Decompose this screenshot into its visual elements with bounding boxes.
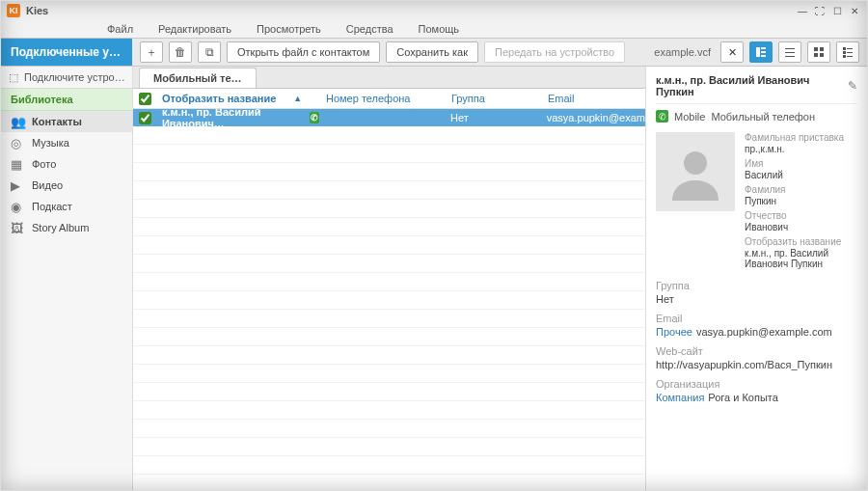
- org-label: Организация: [656, 378, 857, 390]
- display-name-value: к.м.н., пр. Василий Иванович Пупкин: [745, 248, 857, 269]
- menu-help[interactable]: Помощь: [419, 23, 460, 35]
- table-header: Отобразить название▲ Номер телефона Груп…: [133, 89, 645, 109]
- middle-name-label: Отчество: [745, 210, 857, 221]
- svg-rect-0: [756, 47, 760, 57]
- minimize-button[interactable]: —: [796, 4, 809, 17]
- connect-device-label: Подключите устро…: [24, 71, 125, 83]
- col-email[interactable]: Email: [542, 93, 645, 104]
- maximize-button[interactable]: ☐: [830, 4, 844, 17]
- svg-rect-9: [814, 53, 818, 57]
- sort-ascending-icon: ▲: [293, 94, 302, 103]
- col-phone[interactable]: Номер телефона: [320, 93, 446, 104]
- menu-view[interactable]: Просмотреть: [257, 23, 321, 35]
- open-contact-file-button[interactable]: Открыть файл с контактом: [227, 41, 380, 63]
- middle-name-value: Иванович: [745, 222, 857, 232]
- email-value: vasya.pupkin@example.com: [696, 326, 832, 338]
- svg-rect-12: [847, 48, 853, 49]
- connect-device-row[interactable]: ⬚ Подключите устро…: [1, 67, 132, 89]
- svg-rect-8: [820, 47, 824, 51]
- nav-label: Контакты: [32, 116, 82, 127]
- svg-rect-5: [785, 52, 795, 53]
- last-name-value: Пупкин: [745, 196, 857, 206]
- table-row[interactable]: к.м.н., пр. Василий Иванович…✆ Нет vasya…: [133, 109, 645, 126]
- connected-devices-header: Подключенные у…: [1, 39, 132, 66]
- view-list-button[interactable]: [778, 41, 801, 63]
- svg-rect-11: [843, 47, 846, 50]
- prefix-label: Фамильная приставка: [745, 132, 857, 143]
- story-album-icon: 🖼: [11, 221, 24, 235]
- svg-rect-3: [761, 55, 766, 57]
- photo-icon: ▦: [11, 157, 24, 172]
- open-filename: example.vcf: [654, 46, 711, 58]
- nav-label: Подкаст: [32, 201, 72, 212]
- view-compact-button[interactable]: [836, 41, 859, 63]
- svg-rect-16: [847, 56, 853, 57]
- svg-rect-6: [785, 56, 795, 57]
- website-label: Web-сайт: [656, 345, 857, 357]
- menu-tools[interactable]: Средства: [346, 23, 393, 35]
- email-label: Email: [656, 313, 857, 324]
- app-logo: KI: [7, 4, 20, 17]
- svg-rect-4: [785, 48, 795, 49]
- library-header: Библиотека: [1, 89, 132, 111]
- video-icon: ▶: [11, 178, 24, 193]
- prefix-value: пр.,к.м.н.: [745, 144, 857, 154]
- row-checkbox[interactable]: [139, 112, 151, 124]
- expand-button[interactable]: ⛶: [813, 4, 827, 17]
- nav-label: Музыка: [32, 137, 69, 149]
- view-detail-button[interactable]: [749, 41, 773, 63]
- col-display-name[interactable]: Отобразить название▲: [156, 93, 320, 104]
- phone-badge-icon: ✆: [310, 112, 319, 123]
- tab-mobile-phone[interactable]: Мобильный те…: [139, 68, 257, 88]
- copy-button[interactable]: ⧉: [198, 41, 221, 63]
- save-as-button[interactable]: Сохранить как: [386, 41, 478, 63]
- mobile-label: Mobile: [674, 111, 705, 123]
- add-button[interactable]: ＋: [140, 41, 163, 63]
- nav-story-album[interactable]: 🖼Story Album: [1, 217, 132, 238]
- last-name-label: Фамилия: [745, 184, 857, 195]
- delete-button[interactable]: 🗑: [169, 41, 192, 63]
- app-title: Kies: [26, 5, 48, 16]
- org-value: Рога и Копыта: [708, 392, 778, 403]
- svg-rect-7: [814, 47, 818, 51]
- nav-podcast[interactable]: ◉Подкаст: [1, 196, 132, 217]
- view-grid-button[interactable]: [807, 41, 830, 63]
- edit-contact-button[interactable]: ✎: [848, 79, 857, 93]
- col-group[interactable]: Группа: [446, 93, 542, 104]
- group-label: Группа: [656, 280, 857, 291]
- org-kind: Компания: [656, 392, 704, 403]
- display-name-label: Отобразить название: [745, 236, 857, 247]
- music-icon: ◎: [11, 136, 24, 150]
- row-group: Нет: [445, 112, 541, 123]
- nav-label: Видео: [32, 179, 63, 191]
- select-all-checkbox[interactable]: [139, 93, 151, 105]
- row-name: к.м.н., пр. Василий Иванович…: [162, 109, 306, 129]
- nav-music[interactable]: ◎Музыка: [1, 132, 132, 153]
- svg-rect-2: [761, 51, 766, 53]
- send-to-device-button: Передать на устройство: [484, 41, 625, 63]
- menu-edit[interactable]: Редактировать: [158, 23, 231, 35]
- nav-photo[interactable]: ▦Фото: [1, 153, 132, 175]
- nav-video[interactable]: ▶Видео: [1, 175, 132, 196]
- first-name-label: Имя: [745, 158, 857, 169]
- svg-rect-1: [761, 47, 766, 49]
- nav-label: Фото: [32, 158, 56, 170]
- detail-full-name: к.м.н., пр. Василий Иванович Пупкин: [656, 74, 848, 97]
- first-name-value: Василий: [745, 170, 857, 180]
- row-email: vasya.pupkin@exam: [541, 112, 645, 123]
- contacts-icon: 👥: [11, 115, 24, 129]
- group-value: Нет: [656, 293, 857, 305]
- svg-point-17: [684, 151, 707, 175]
- svg-rect-15: [843, 55, 846, 58]
- podcast-icon: ◉: [11, 200, 24, 214]
- close-button[interactable]: ✕: [848, 4, 861, 17]
- website-value: http://vasyapupkin.com/Вася_Пупкин: [656, 359, 857, 370]
- phone-icon: ✆: [656, 110, 668, 123]
- close-file-button[interactable]: ✕: [720, 41, 744, 63]
- device-icon: ⬚: [9, 71, 18, 84]
- svg-rect-10: [820, 53, 824, 57]
- mobile-value: Мобильный телефон: [711, 111, 815, 123]
- svg-rect-13: [843, 51, 846, 54]
- menu-file[interactable]: Файл: [107, 23, 133, 35]
- nav-contacts[interactable]: 👥Контакты: [1, 111, 132, 132]
